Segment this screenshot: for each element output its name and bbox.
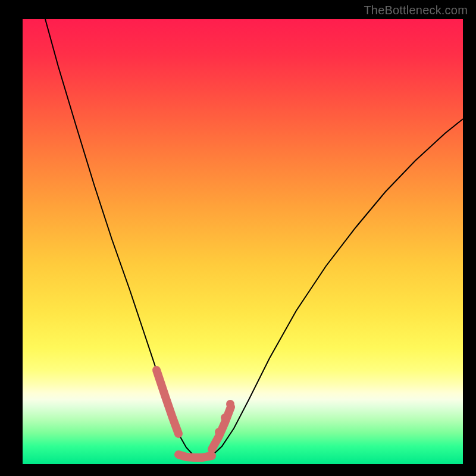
marker-segment <box>212 407 231 449</box>
marker-dot <box>215 428 223 436</box>
bottleneck-curve <box>45 19 463 458</box>
chart-frame: TheBottleneck.com <box>0 0 476 476</box>
marker-dot <box>221 414 229 422</box>
marker-segment <box>178 455 212 458</box>
watermark-text: TheBottleneck.com <box>364 4 468 17</box>
curve-svg <box>23 19 463 464</box>
marker-segment <box>156 370 178 434</box>
curve-path <box>45 19 463 458</box>
marker-dot <box>226 400 234 408</box>
plot-area <box>23 19 463 464</box>
